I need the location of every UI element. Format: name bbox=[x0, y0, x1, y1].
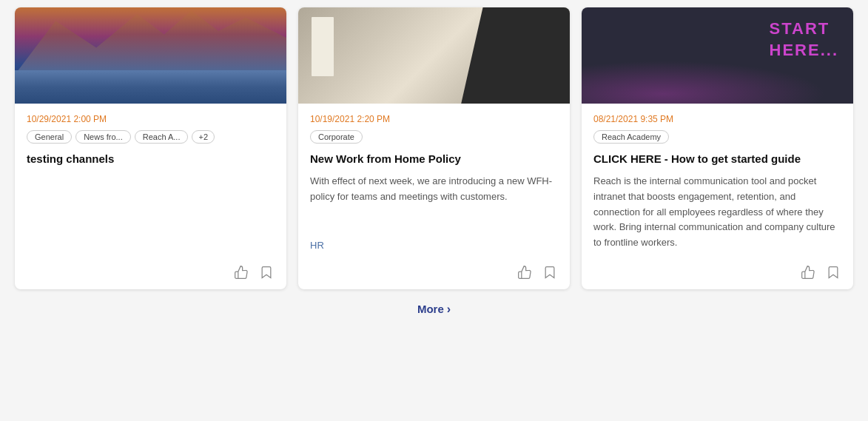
cards-container: 10/29/2021 2:00 PM General News fro... R… bbox=[15, 7, 853, 289]
card-date-2: 10/19/2021 2:20 PM bbox=[310, 114, 558, 124]
card-tags-2: Corporate bbox=[310, 130, 558, 144]
card-tags-3: Reach Academy bbox=[593, 130, 841, 144]
card-title-2: New Work from Home Policy bbox=[310, 151, 558, 166]
tag-more[interactable]: +2 bbox=[192, 130, 215, 144]
card-title-1: testing channels bbox=[27, 151, 275, 166]
thumbs-up-icon-2 bbox=[517, 265, 532, 280]
bookmark-icon bbox=[259, 265, 274, 280]
chevron-right-icon: › bbox=[447, 303, 451, 316]
more-button[interactable]: More › bbox=[417, 303, 451, 316]
more-label: More bbox=[417, 303, 444, 315]
card-footer-1 bbox=[15, 257, 286, 289]
bookmark-button-2[interactable] bbox=[542, 264, 558, 280]
like-button-3[interactable] bbox=[800, 264, 816, 280]
card-footer-2 bbox=[298, 257, 570, 289]
card-body-span-2: With effect of next week, we are introdu… bbox=[310, 175, 552, 202]
card-tags-1: General News fro... Reach A... +2 bbox=[27, 130, 275, 144]
card-link-section-2: HR bbox=[310, 240, 558, 251]
tag-news[interactable]: News fro... bbox=[75, 130, 131, 144]
card-body-2: 10/19/2021 2:20 PM Corporate New Work fr… bbox=[298, 104, 570, 251]
card-date-1: 10/29/2021 2:00 PM bbox=[27, 114, 275, 124]
thumbs-up-icon bbox=[234, 265, 249, 280]
card-title-3: CLICK HERE - How to get started guide bbox=[593, 151, 841, 166]
hr-link[interactable]: HR bbox=[310, 240, 324, 251]
tag-reach-academy[interactable]: Reach Academy bbox=[593, 130, 669, 144]
tag-general[interactable]: General bbox=[27, 130, 72, 144]
post-card-2: 10/19/2021 2:20 PM Corporate New Work fr… bbox=[298, 7, 570, 289]
card-body-1: 10/29/2021 2:00 PM General News fro... R… bbox=[15, 104, 286, 251]
bookmark-icon-2 bbox=[542, 265, 557, 280]
card-body-span-3: Reach is the internal communication tool… bbox=[593, 175, 835, 248]
like-button-2[interactable] bbox=[517, 264, 533, 280]
bookmark-button-3[interactable] bbox=[825, 264, 841, 280]
card-image-mountains bbox=[15, 7, 286, 104]
card-image-graffiti bbox=[582, 7, 853, 104]
tag-reach[interactable]: Reach A... bbox=[135, 130, 189, 144]
card-body-3: 08/21/2021 9:35 PM Reach Academy CLICK H… bbox=[582, 104, 853, 251]
card-body-text-3: Reach is the internal communication tool… bbox=[593, 174, 841, 251]
post-card-3: 08/21/2021 9:35 PM Reach Academy CLICK H… bbox=[582, 7, 853, 289]
card-footer-3 bbox=[582, 257, 853, 289]
card-body-text-2: With effect of next week, we are introdu… bbox=[310, 174, 558, 232]
card-date-3: 08/21/2021 9:35 PM bbox=[593, 114, 841, 124]
post-card-1: 10/29/2021 2:00 PM General News fro... R… bbox=[15, 7, 286, 289]
bookmark-button-1[interactable] bbox=[258, 264, 275, 280]
bookmark-icon-3 bbox=[826, 265, 841, 280]
card-image-room bbox=[298, 7, 570, 104]
like-button-1[interactable] bbox=[233, 264, 249, 280]
thumbs-up-icon-3 bbox=[801, 265, 815, 280]
tag-corporate[interactable]: Corporate bbox=[310, 130, 363, 144]
